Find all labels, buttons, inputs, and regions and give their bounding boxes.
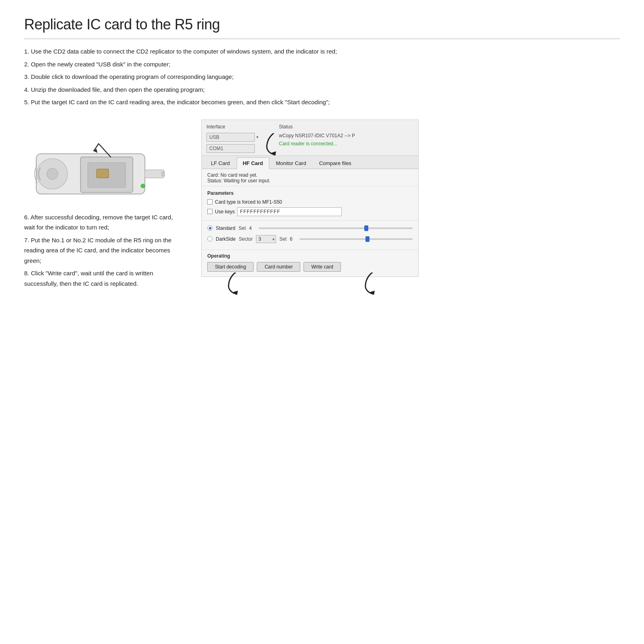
step3: 3. Double click to download the operatin… [24, 72, 370, 82]
svg-marker-11 [232, 290, 239, 294]
radio-darkside[interactable] [207, 236, 213, 242]
interface-label: Interface [206, 124, 271, 130]
operating-section: Operating Start decoding Card number Wri… [202, 250, 418, 277]
tab-compare-files[interactable]: Compare files [313, 157, 357, 169]
step2: 2. Open the newly created "USB disk" in … [24, 59, 370, 70]
svg-rect-5 [97, 169, 109, 178]
step4: 4. Unzip the downloaded file, and then o… [24, 85, 370, 95]
software-panel-wrapper: Interface ▾ Status wCopy NSR107-IDIC V70… [201, 120, 419, 277]
tab-hf-card[interactable]: HF Card [237, 157, 269, 169]
usb-row: ▾ [206, 133, 271, 142]
sector-select-wrapper: 3 0 1 2 [256, 235, 276, 243]
standard-set-value: 4 [249, 225, 256, 231]
step7: 7. Put the No.1 or No.2 IC module of the… [24, 235, 173, 266]
sector-select[interactable]: 3 0 1 2 [256, 235, 276, 243]
tab-monitor-card[interactable]: Monitor Card [270, 157, 312, 169]
standard-slider[interactable] [259, 225, 413, 232]
darkside-label: DarkSide [216, 236, 235, 242]
svg-rect-7 [162, 172, 165, 176]
device-illustration [24, 120, 169, 200]
usb-input[interactable] [206, 133, 255, 142]
start-decoding-button[interactable]: Start decoding [207, 262, 254, 272]
checkbox1-label: Card type is forced to MF1-S50 [215, 199, 282, 205]
parameters-section: Parameters Card type is forced to MF1-S5… [202, 186, 418, 221]
tab-lf-card[interactable]: LF Card [205, 157, 236, 169]
instructions-section: 1. Use the CD2 data cable to connect the… [24, 46, 370, 107]
interface-status-section: Interface ▾ Status wCopy NSR107-IDIC V70… [202, 120, 418, 156]
usb-dropdown-arrow: ▾ [256, 135, 258, 139]
svg-marker-12 [369, 290, 376, 294]
com1-row [206, 144, 271, 153]
keys-input[interactable] [237, 207, 342, 216]
checkbox-mf1s50[interactable] [207, 199, 213, 204]
write-card-button[interactable]: Write card [303, 262, 341, 272]
step1: 1. Use the CD2 data cable to connect the… [24, 46, 370, 57]
step6: 6. After successful decoding, remove the… [24, 212, 173, 233]
status-label: Status [279, 124, 413, 130]
card-status-section: Card: No card read yet. Status: Waiting … [202, 169, 418, 186]
status-version: wCopy NSR107-IDIC V701A2 --> P [279, 133, 413, 138]
darkside-slider[interactable] [299, 235, 413, 243]
sector-label: Sector [239, 236, 253, 242]
title-divider [24, 39, 620, 39]
darkside-row: DarkSide Sector 3 0 1 2 Set 6 [207, 235, 413, 243]
darkside-set-value: 6 [290, 236, 296, 242]
operating-title: Operating [207, 253, 413, 259]
radio-standard[interactable] [207, 225, 213, 231]
mode-section: Standard Set 4 DarkSide Sector [202, 221, 418, 250]
interface-group: Interface ▾ [206, 124, 271, 153]
use-keys-label: Use keys [215, 209, 235, 215]
step5: 5. Put the target IC card on the IC card… [24, 97, 370, 107]
darkside-set-label: Set [279, 236, 287, 242]
svg-rect-6 [145, 170, 164, 178]
checkbox-use-keys[interactable] [207, 209, 213, 214]
com1-input[interactable] [206, 144, 255, 153]
card-number-button[interactable]: Card number [257, 262, 300, 272]
steps-after-section: 6. After successful decoding, remove the… [24, 212, 173, 291]
status-group: Status wCopy NSR107-IDIC V701A2 --> P Ca… [271, 124, 413, 153]
step8: 8. Click "Write card", wait until the ca… [24, 268, 173, 289]
card-status-line2: Status: Waiting for user input. [207, 178, 413, 184]
standard-row: Standard Set 4 [207, 225, 413, 232]
standard-set-label: Set [239, 225, 246, 231]
connected-text: Card reader is connected... [279, 141, 413, 147]
operating-buttons: Start decoding Card number Write card [207, 262, 413, 272]
page-title: Replicate IC card to the R5 ring [24, 16, 620, 33]
tabs-bar: LF Card HF Card Monitor Card Compare fil… [202, 156, 418, 169]
software-ui-panel: Interface ▾ Status wCopy NSR107-IDIC V70… [201, 120, 419, 277]
standard-label: Standard [216, 225, 235, 231]
checkbox1-row: Card type is forced to MF1-S50 [207, 199, 413, 205]
svg-point-8 [141, 184, 145, 188]
use-keys-row: Use keys [207, 207, 413, 216]
parameters-title: Parameters [207, 190, 413, 196]
svg-point-2 [47, 168, 58, 180]
card-status-line1: Card: No card read yet. [207, 172, 413, 178]
